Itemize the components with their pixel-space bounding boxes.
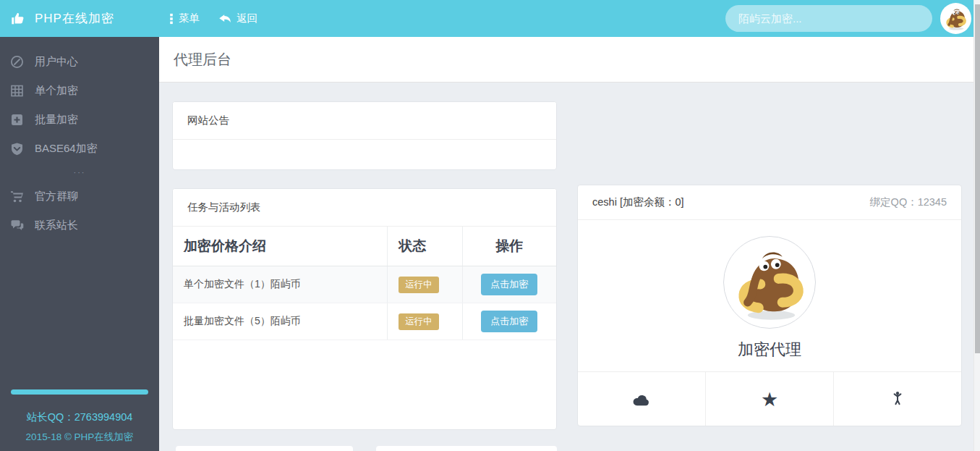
right-column: ceshi [加密余额：0] 绑定QQ：12345: [577, 185, 962, 430]
page-title: 代理后台: [174, 50, 231, 69]
tasks-table: 加密价格介绍 状态 操作 单个加密文件（1）陌屿币 运行中 点击加密: [173, 227, 556, 340]
sidebar-item-label: 用户中心: [35, 55, 78, 69]
table-row: 单个加密文件（1）陌屿币 运行中 点击加密: [173, 266, 556, 303]
chat-bubbles-icon: [10, 219, 24, 232]
status-badge: 运行中: [399, 313, 439, 330]
table-grid-icon: [10, 84, 24, 98]
person-icon: [889, 390, 906, 408]
sidebar-item-batch-encrypt[interactable]: 批量加密: [0, 105, 159, 134]
announcement-body: [173, 140, 556, 169]
profile-bound-qq: 绑定QQ：12345: [870, 195, 947, 209]
left-column: 网站公告 任务与活动列表 加密价格介绍 状态 操作: [172, 101, 557, 430]
vertical-dots-icon: [169, 13, 174, 25]
sidebar-item-label: BASE64加密: [35, 142, 98, 156]
table-row: 批量加密文件（5）陌屿币 运行中 点击加密: [173, 303, 556, 340]
sidebar: 用户中心 单个加密 批量加密: [0, 37, 159, 451]
profile-panel: ceshi [加密余额：0] 绑定QQ：12345: [577, 185, 962, 426]
cloud-icon: [632, 392, 652, 407]
back-label: 返回: [237, 12, 257, 25]
profile-role-label: 加密代理: [738, 339, 801, 361]
sidebar-accent-bar: [11, 389, 148, 395]
profile-cloud-cell[interactable]: [578, 372, 705, 426]
search-box[interactable]: [725, 5, 932, 32]
menu-label: 菜单: [179, 12, 200, 25]
back-button[interactable]: 返回: [218, 12, 257, 25]
profile-username: ceshi [加密余额：0]: [592, 195, 684, 209]
search-input[interactable]: [738, 12, 919, 25]
shield-chevron-icon: [10, 142, 24, 156]
sidebar-item-label: 官方群聊: [35, 190, 78, 203]
app-brand[interactable]: PHP在线加密: [0, 10, 159, 27]
profile-star-cell[interactable]: ★: [705, 372, 833, 426]
compass-circle-icon: [10, 55, 24, 69]
encrypt-button[interactable]: 点击加密: [481, 311, 537, 332]
tasks-panel-title: 任务与活动列表: [173, 189, 556, 227]
column-header-status: 状态: [388, 227, 462, 266]
announcement-panel: 网站公告: [172, 101, 557, 170]
back-arrow-icon: [218, 13, 231, 25]
sidebar-item-label: 单个加密: [35, 84, 78, 98]
plus-square-icon: [10, 113, 24, 127]
main-area: 代理后台 网站公告 任务与活动列表 加密价格介绍 状态: [159, 37, 973, 451]
sidebar-item-single-encrypt[interactable]: 单个加密: [0, 76, 159, 105]
top-header-bar: PHP在线加密 菜单 返回: [0, 0, 974, 37]
announcement-title: 网站公告: [173, 102, 556, 140]
sidebar-item-base64-encrypt[interactable]: BASE64加密: [0, 134, 159, 163]
sidebar-item-user-center[interactable]: 用户中心: [0, 47, 159, 76]
sidebar-collapse-dots[interactable]: ···: [0, 163, 159, 182]
user-avatar[interactable]: [940, 3, 971, 34]
copyright-text: 2015-18 © PHP在线加密: [0, 431, 159, 444]
scrollbar-thumb[interactable]: [975, 4, 980, 353]
sidebar-item-label: 联系站长: [35, 219, 78, 232]
status-badge: 运行中: [399, 277, 439, 293]
profile-person-cell[interactable]: [833, 372, 961, 426]
tasks-panel: 任务与活动列表 加密价格介绍 状态 操作 单个加密文件（: [172, 188, 557, 430]
app-title: PHP在线加密: [35, 10, 114, 27]
thumbs-up-icon: [10, 11, 26, 27]
sidebar-item-group-chat[interactable]: 官方群聊: [0, 182, 159, 211]
mammoth-avatar-icon: [724, 237, 815, 328]
below-fold-panel: [376, 446, 557, 451]
sidebar-item-label: 批量加密: [35, 113, 78, 127]
page-header: 代理后台: [159, 37, 973, 83]
star-icon: ★: [761, 389, 778, 409]
profile-avatar: [723, 236, 816, 329]
menu-button[interactable]: 菜单: [169, 12, 200, 25]
task-name: 批量加密文件（5）陌屿币: [173, 303, 388, 340]
column-header-action: 操作: [462, 227, 556, 266]
cart-icon: [10, 190, 24, 203]
webmaster-qq-text: 站长QQ：2763994904: [0, 410, 159, 424]
vertical-scrollbar[interactable]: [973, 0, 980, 451]
column-header-price: 加密价格介绍: [173, 227, 388, 266]
below-fold-panel: [176, 446, 353, 451]
encrypt-button[interactable]: 点击加密: [481, 274, 537, 295]
mammoth-avatar-icon: [942, 4, 970, 33]
task-name: 单个加密文件（1）陌屿币: [173, 266, 388, 303]
sidebar-item-contact-webmaster[interactable]: 联系站长: [0, 211, 159, 240]
